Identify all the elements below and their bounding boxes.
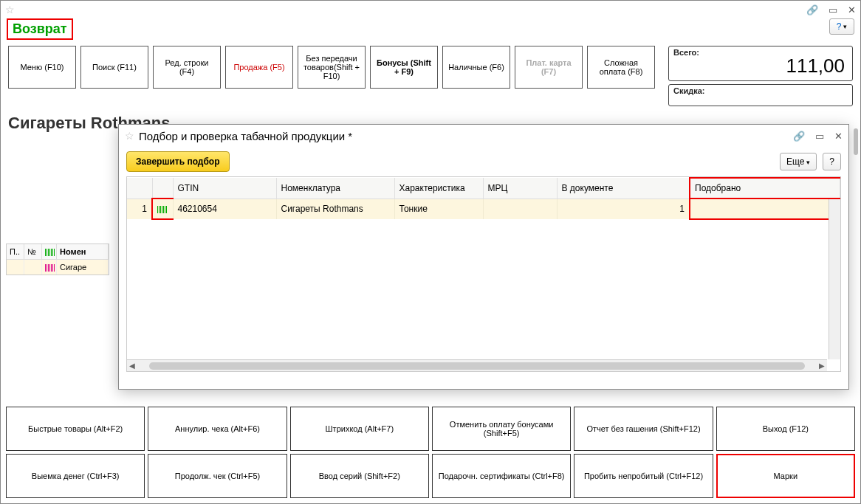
col-mrc[interactable]: МРЦ [483, 178, 557, 199]
bg-table-row[interactable]: Сигаре [7, 260, 109, 275]
modal-star-icon[interactable]: ☆ [125, 130, 134, 142]
cell-picked: 1 [690, 199, 840, 219]
top-button-row: Меню (F10) Поиск (F11) Ред. строки (F4) … [1, 40, 860, 111]
discount-box: Скидка: [668, 84, 853, 106]
modal-horizontal-scrollbar[interactable]: ◀ ▶ [127, 359, 827, 371]
cell-num: 1 [127, 199, 152, 219]
cancel-bonus-pay-button[interactable]: Отменить оплату бонусами (Shift+F5) [432, 407, 571, 451]
continue-check-button[interactable]: Продолж. чек (Ctrl+F5) [148, 454, 287, 498]
punch-unpunched-button[interactable]: Пробить непробитый (Ctrl+F12) [574, 454, 713, 498]
total-value: 111,00 [786, 55, 845, 77]
help-dropdown[interactable]: ? ▾ [829, 18, 854, 35]
favorite-star-icon[interactable]: ☆ [5, 4, 15, 15]
modal-help-button[interactable]: ? [823, 153, 841, 170]
barcode-pink-icon [45, 264, 55, 272]
cell-char: Тонкие [394, 199, 483, 219]
bonuses-button[interactable]: Бонусы (Shift + F9) [370, 46, 438, 89]
gift-cert-button[interactable]: Подарочн. сертификаты (Ctrl+F8) [432, 454, 571, 498]
bg-table-header: П.. № Номен [7, 244, 109, 260]
table-row[interactable]: 1 46210654 Сигареты Rothmans Тонкие 1 1 [127, 199, 840, 219]
bottom-button-grid: Быстрые товары (Alt+F2) Аннулир. чека (A… [6, 407, 855, 498]
main-vertical-scrollbar[interactable] [851, 125, 861, 393]
discount-label: Скидка: [673, 86, 848, 95]
marks-button[interactable]: Марки [716, 454, 855, 498]
bg-row-name: Сигаре [57, 260, 109, 275]
barcode-button[interactable]: Штрихкод (Alt+F7) [290, 407, 429, 451]
bg-col-num: № [24, 244, 42, 259]
sale-button[interactable]: Продажа (F5) [225, 46, 293, 89]
background-items-table: П.. № Номен Сигаре [6, 244, 109, 275]
mode-row: Возврат ? ▾ [1, 18, 860, 40]
bg-col-p: П.. [7, 244, 24, 259]
main-scroll-thumb[interactable] [854, 128, 858, 155]
modal-close-icon[interactable]: ✕ [834, 131, 843, 142]
exit-button[interactable]: Выход (F12) [716, 407, 855, 451]
bg-row-icon [42, 260, 57, 275]
modal-vertical-scrollbar[interactable] [829, 199, 840, 359]
series-input-button[interactable]: Ввод серий (Shift+F2) [290, 454, 429, 498]
cell-barcode-icon [152, 199, 173, 219]
col-nomen[interactable]: Номенклатура [276, 178, 394, 199]
bg-col-nomen: Номен [57, 244, 109, 259]
barcode-green-icon [157, 206, 168, 213]
modal-titlebar: ☆ Подбор и проверка табачной продукции *… [119, 125, 848, 147]
cell-nomen: Сигареты Rothmans [276, 199, 394, 219]
modal-table: GTIN Номенклатура Характеристика МРЦ В д… [127, 177, 840, 220]
link-icon[interactable]: 🔗 [806, 4, 818, 15]
tobacco-picking-modal: ☆ Подбор и проверка табачной продукции *… [118, 124, 849, 390]
col-in-doc[interactable]: В документе [557, 178, 690, 199]
chevron-down-icon: ▾ [843, 23, 847, 30]
totals-area: Всего: 111,00 Скидка: [668, 46, 853, 106]
scroll-thumb[interactable] [149, 362, 805, 370]
chevron-down-icon: ▾ [806, 159, 810, 166]
col-picked[interactable]: Подобрано [690, 178, 840, 199]
report-button[interactable]: Отчет без гашения (Shift+F12) [574, 407, 713, 451]
no-transfer-button[interactable]: Без передачи товаров(Shift + F10) [298, 46, 366, 89]
main-window: ☆ 🔗 ▭ ✕ Возврат ? ▾ Меню (F10) Поиск (F1… [0, 0, 861, 504]
col-num[interactable] [127, 178, 152, 199]
main-titlebar: ☆ 🔗 ▭ ✕ [1, 1, 860, 18]
scroll-right-icon[interactable]: ▶ [817, 362, 827, 370]
col-icon[interactable] [152, 178, 173, 199]
cash-out-button[interactable]: Выемка денег (Ctrl+F3) [6, 454, 145, 498]
edit-row-button[interactable]: Ред. строки (F4) [153, 46, 221, 89]
menu-button[interactable]: Меню (F10) [8, 46, 76, 89]
close-icon[interactable]: ✕ [848, 4, 856, 15]
modal-title-text: Подбор и проверка табачной продукции * [139, 130, 352, 142]
finish-picking-button[interactable]: Завершить подбор [126, 151, 230, 172]
card-button[interactable]: Плат. карта (F7) [515, 46, 583, 89]
barcode-header-icon [45, 249, 55, 256]
search-button[interactable]: Поиск (F11) [80, 46, 148, 89]
modal-toolbar: Завершить подбор Еще▾ ? [119, 147, 848, 176]
modal-link-icon[interactable]: 🔗 [793, 131, 805, 142]
modal-window-controls: 🔗 ▭ ✕ [793, 131, 843, 142]
quick-goods-button[interactable]: Быстрые товары (Alt+F2) [6, 407, 145, 451]
more-button[interactable]: Еще▾ [780, 153, 817, 170]
help-icon: ? [837, 21, 842, 32]
scroll-left-icon[interactable]: ◀ [127, 362, 137, 370]
modal-table-wrap: GTIN Номенклатура Характеристика МРЦ В д… [126, 176, 841, 372]
col-gtin[interactable]: GTIN [173, 178, 276, 199]
total-box: Всего: 111,00 [668, 46, 853, 81]
cell-in-doc: 1 [557, 199, 690, 219]
modal-maximize-icon[interactable]: ▭ [815, 131, 824, 142]
annul-check-button[interactable]: Аннулир. чека (Alt+F6) [148, 407, 287, 451]
cash-button[interactable]: Наличные (F6) [442, 46, 510, 89]
bg-col-icon [42, 244, 57, 259]
cell-mrc [483, 199, 557, 219]
mode-label-return: Возврат [7, 18, 73, 40]
window-controls: 🔗 ▭ ✕ [806, 4, 856, 15]
maximize-icon[interactable]: ▭ [829, 4, 837, 15]
col-char[interactable]: Характеристика [394, 178, 483, 199]
cell-gtin: 46210654 [173, 199, 276, 219]
complex-pay-button[interactable]: Сложная оплата (F8) [587, 46, 655, 89]
modal-table-header-row: GTIN Номенклатура Характеристика МРЦ В д… [127, 178, 840, 199]
